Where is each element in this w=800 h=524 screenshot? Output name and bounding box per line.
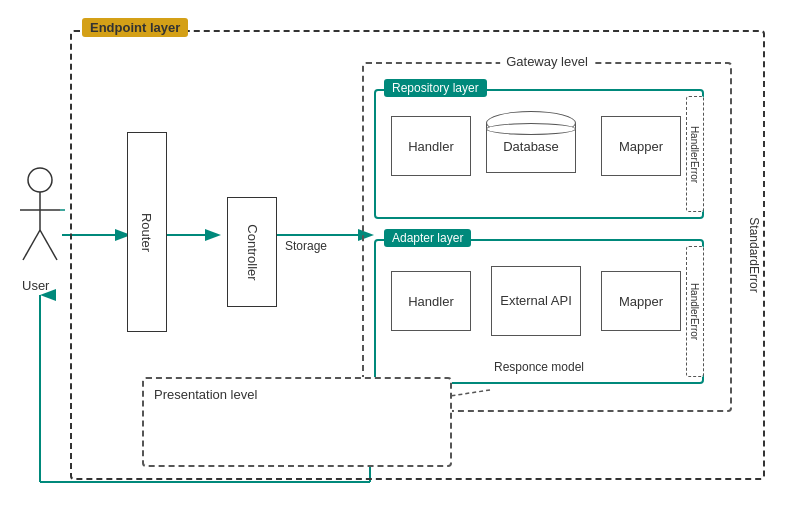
- user-figure: [15, 165, 65, 285]
- handler-error-repo: HandlerError: [686, 96, 704, 212]
- handler-repo-label: Handler: [408, 139, 454, 154]
- endpoint-layer: Endpoint layer StandardError Gateway lev…: [70, 30, 765, 480]
- db-middle-line: [486, 123, 576, 135]
- controller-label: Controller: [245, 224, 260, 280]
- diagram-container: Endpoint layer StandardError Gateway lev…: [10, 10, 785, 514]
- handler-adapter-box: Handler: [391, 271, 471, 331]
- adapter-layer-label: Adapter layer: [384, 229, 471, 247]
- response-model-label: Responce model: [494, 360, 584, 374]
- endpoint-layer-label: Endpoint layer: [82, 18, 188, 37]
- storage-label: Storage: [285, 239, 327, 253]
- controller-box: Controller: [227, 197, 277, 307]
- mapper-repo-box: Mapper: [601, 116, 681, 176]
- handler-error-repo-text: HandlerError: [690, 125, 701, 182]
- handler-adapter-label: Handler: [408, 294, 454, 309]
- external-api-label: External API: [500, 293, 572, 310]
- svg-line-11: [23, 230, 40, 260]
- svg-line-12: [40, 230, 57, 260]
- mapper-adapter-label: Mapper: [619, 294, 663, 309]
- mapper-adapter-box: Mapper: [601, 271, 681, 331]
- router-label: Router: [140, 212, 155, 251]
- user-label: User: [22, 278, 49, 293]
- svg-point-8: [28, 168, 52, 192]
- repository-layer-label: Repository layer: [384, 79, 487, 97]
- mapper-repo-label: Mapper: [619, 139, 663, 154]
- external-api-box: External API: [491, 266, 581, 336]
- repository-layer: Repository layer HandlerError Handler Da…: [374, 89, 704, 219]
- handler-error-adapter: HandlerError: [686, 246, 704, 377]
- handler-error-adapter-text: HandlerError: [690, 283, 701, 340]
- database-repo-box: Database: [486, 111, 576, 186]
- standard-error-label: StandardError: [744, 72, 764, 438]
- router-box: Router: [127, 132, 167, 332]
- gateway-label: Gateway level: [500, 54, 594, 69]
- adapter-layer: Adapter layer HandlerError Handler Exter…: [374, 239, 704, 384]
- handler-repo-box: Handler: [391, 116, 471, 176]
- standard-error-text: StandardError: [747, 217, 761, 292]
- database-repo-label: Database: [486, 139, 576, 154]
- gateway-level: Gateway level Repository layer HandlerEr…: [362, 62, 732, 412]
- presentation-level: Presentation level: [142, 377, 452, 467]
- presentation-label: Presentation level: [154, 387, 257, 402]
